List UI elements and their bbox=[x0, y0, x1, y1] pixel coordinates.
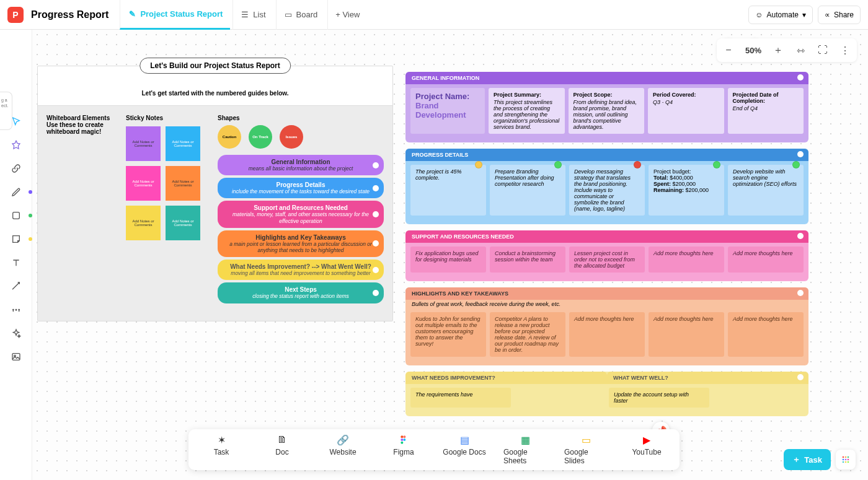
tab-label: + View bbox=[335, 10, 360, 19]
wentwell-card[interactable]: Update the account setup with faster bbox=[609, 388, 709, 408]
status-circle-ontrack[interactable]: On Track bbox=[249, 125, 272, 149]
bottom-right-group: ＋Task bbox=[784, 449, 856, 470]
sticky-note[interactable]: Add Notes or Comments bbox=[126, 166, 161, 201]
legend-pill[interactable]: Support and Resources Neededmaterials, m… bbox=[218, 201, 384, 227]
support-card[interactable]: Lessen project cost in order not to exce… bbox=[569, 247, 645, 273]
project-name-value: Brand Development bbox=[415, 101, 480, 120]
sticky-note[interactable]: Add Notes or Comments bbox=[166, 206, 200, 240]
svg-point-9 bbox=[403, 439, 405, 441]
fullscreen-button[interactable]: ⛶ bbox=[813, 41, 832, 59]
instruction-panel[interactable]: Let's Build our Project Status Report Le… bbox=[37, 66, 393, 321]
fit-width-button[interactable]: ⇿ bbox=[791, 41, 810, 59]
progress-card[interactable]: Develop messaging strategy that translat… bbox=[569, 165, 645, 216]
list-icon: ☰ bbox=[241, 11, 249, 19]
youtube-icon: ▶ bbox=[641, 434, 652, 445]
section-header: PROGRESS DETAILS bbox=[405, 149, 808, 161]
svg-point-12 bbox=[845, 456, 847, 458]
apps-button[interactable] bbox=[836, 450, 856, 469]
scope-card[interactable]: Project Scope: From defining brand idea,… bbox=[569, 88, 645, 134]
tool-shape[interactable] bbox=[5, 204, 27, 227]
new-task-button[interactable]: ＋Task bbox=[784, 449, 831, 470]
status-circle-caution[interactable]: Caution bbox=[218, 125, 241, 149]
progress-card[interactable]: Prepare Branding Presentation after doin… bbox=[490, 165, 565, 216]
automate-button[interactable]: ☺ Automate ▾ bbox=[748, 6, 813, 24]
more-view-button[interactable]: ⋮ bbox=[836, 41, 854, 59]
highlights-subtitle: Bullets of great work, feedback receive … bbox=[405, 300, 808, 308]
sticky-note[interactable]: Add Notes or Comments bbox=[166, 166, 200, 201]
section-highlights[interactable]: HIGHLIGHTS AND KEY TAKEAWAYS Bullets of … bbox=[405, 287, 808, 365]
status-board[interactable]: GENERAL INFORMATION Project Name: Brand … bbox=[405, 72, 808, 422]
tool-connector[interactable] bbox=[5, 275, 27, 297]
doc-title[interactable]: Progress Report bbox=[31, 9, 108, 20]
tab-board[interactable]: ▭ Board bbox=[276, 0, 326, 30]
button-label: Share bbox=[834, 11, 854, 19]
insert-gdocs[interactable]: ▤Google Docs bbox=[443, 434, 486, 465]
insert-figma[interactable]: Figma bbox=[382, 434, 425, 465]
insert-youtube[interactable]: ▶YouTube bbox=[625, 434, 668, 465]
section-header: SUPPORT AND RESOURCES NEEDED bbox=[405, 230, 808, 243]
legend-pill[interactable]: Next Stepsclosing the status report with… bbox=[218, 282, 384, 303]
highlight-card[interactable]: Add more thoughts here bbox=[728, 312, 804, 357]
tab-list[interactable]: ☰ List bbox=[232, 0, 273, 30]
legend-pill[interactable]: Progress Detailsinclude the movement of … bbox=[218, 178, 384, 198]
completion-card[interactable]: Projected Date of Completion: End of Q4 bbox=[728, 88, 804, 134]
tool-image[interactable] bbox=[5, 346, 27, 368]
project-name-card[interactable]: Project Name: Brand Development bbox=[410, 88, 485, 134]
gdocs-icon: ▤ bbox=[459, 434, 470, 445]
period-card[interactable]: Period Covered: Q3 - Q4 bbox=[648, 88, 724, 134]
svg-point-18 bbox=[845, 461, 847, 463]
zoom-out-button[interactable]: − bbox=[719, 41, 738, 59]
section-improvement[interactable]: WHAT NEEDS IMPROVEMENT? WHAT WENT WELL? … bbox=[405, 372, 808, 416]
improve-card[interactable]: The requirements have bbox=[410, 388, 511, 408]
insert-gslides[interactable]: ▭Google Slides bbox=[564, 434, 608, 465]
zoom-in-button[interactable]: ＋ bbox=[769, 41, 787, 59]
clipped-card-left[interactable]: g a ect. bbox=[0, 92, 12, 130]
highlight-card[interactable]: Competitor A plans to release a new prod… bbox=[490, 312, 565, 357]
highlight-card[interactable]: Add more thoughts here bbox=[649, 312, 724, 357]
tool-pen[interactable] bbox=[5, 181, 27, 203]
support-card[interactable]: Conduct a brainstorming session within t… bbox=[490, 247, 565, 273]
status-circle-issues[interactable]: Issues bbox=[280, 125, 303, 149]
svg-point-6 bbox=[401, 435, 403, 438]
tab-project-status-report[interactable]: ✎ Project Status Report bbox=[120, 0, 230, 30]
tool-ai[interactable] bbox=[5, 322, 27, 344]
zoom-level[interactable]: 50% bbox=[742, 46, 765, 55]
progress-card[interactable]: Develop website with search engine optim… bbox=[728, 165, 804, 216]
svg-point-14 bbox=[843, 459, 844, 461]
progress-card[interactable]: Project budget: Total: $400,000 Spent: $… bbox=[649, 165, 724, 216]
tab-label: Project Status Report bbox=[140, 9, 223, 19]
support-card[interactable]: Add more thoughts here bbox=[728, 247, 804, 273]
tool-templates[interactable] bbox=[5, 134, 27, 156]
progress-card[interactable]: The project is 45% complete. bbox=[410, 165, 486, 216]
tool-more[interactable] bbox=[5, 299, 27, 321]
insert-website[interactable]: 🔗Website bbox=[321, 434, 365, 465]
tab-label: Board bbox=[296, 10, 318, 19]
highlight-card[interactable]: Add more thoughts here bbox=[569, 312, 645, 357]
svg-point-19 bbox=[848, 461, 849, 463]
section-header: HIGHLIGHTS AND KEY TAKEAWAYS bbox=[405, 287, 808, 300]
svg-rect-4 bbox=[12, 354, 20, 360]
legend-pill[interactable]: General Informationmeans all basic infor… bbox=[218, 155, 384, 175]
share-button[interactable]: ∝ Share bbox=[818, 6, 861, 24]
sticky-note[interactable]: Add Notes or Comments bbox=[126, 126, 161, 161]
insert-gsheets[interactable]: ▦Google Sheets bbox=[503, 434, 547, 465]
legend-pill[interactable]: Highlights and Key Takeawaysa main point… bbox=[218, 230, 384, 257]
tab-add-view[interactable]: + View bbox=[327, 0, 367, 30]
insert-doc[interactable]: 🗎Doc bbox=[260, 434, 304, 465]
tool-link[interactable] bbox=[5, 157, 27, 180]
sticky-note[interactable]: Add Notes or Comments bbox=[126, 206, 161, 240]
highlight-card[interactable]: Kudos to John for sending out multiple e… bbox=[410, 312, 486, 357]
sticky-note[interactable]: Add Notes or Comments bbox=[166, 126, 200, 161]
tool-text[interactable] bbox=[5, 251, 27, 274]
support-card[interactable]: Fix application bugs used for designing … bbox=[410, 247, 486, 273]
link-icon: 🔗 bbox=[337, 434, 348, 445]
summary-card[interactable]: Project Summary: This project streamline… bbox=[489, 88, 565, 134]
insert-task[interactable]: ✶Task bbox=[200, 434, 243, 465]
tool-sticky[interactable] bbox=[5, 228, 27, 250]
section-support[interactable]: SUPPORT AND RESOURCES NEEDED Fix applica… bbox=[405, 230, 808, 281]
section-progress[interactable]: PROGRESS DETAILS The project is 45% comp… bbox=[405, 149, 808, 224]
legend-pill[interactable]: What Needs Improvement? --> What Went We… bbox=[218, 260, 384, 280]
support-card[interactable]: Add more thoughts here bbox=[649, 247, 724, 273]
section-general-info[interactable]: GENERAL INFORMATION Project Name: Brand … bbox=[405, 72, 808, 142]
sparkle-edit-icon: ✎ bbox=[128, 10, 136, 19]
